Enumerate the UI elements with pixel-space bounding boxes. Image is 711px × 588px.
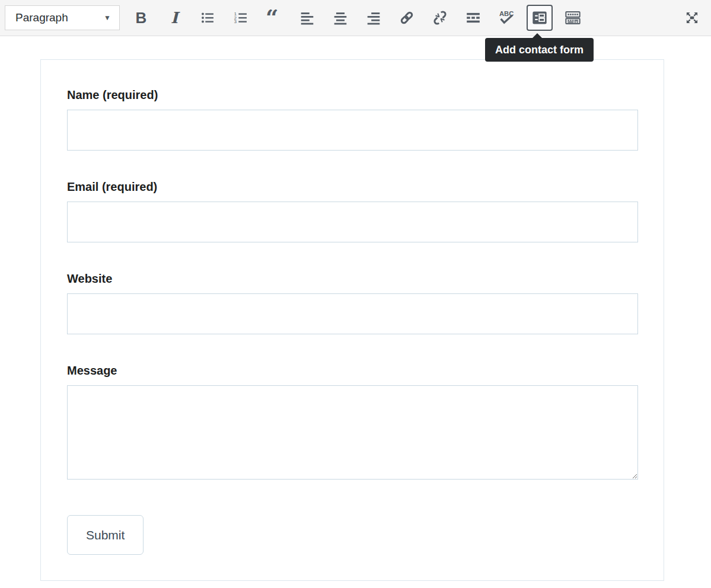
- message-field-label: Message: [67, 364, 638, 378]
- svg-text:“: “: [266, 9, 278, 26]
- insert-more-tag-button[interactable]: [461, 5, 485, 30]
- chevron-down-icon: ▼: [104, 14, 111, 22]
- fullscreen-button[interactable]: [680, 5, 704, 30]
- numbered-list-icon: 1 2 3: [233, 10, 248, 25]
- email-input[interactable]: [67, 202, 638, 242]
- align-right-button[interactable]: [362, 5, 385, 30]
- name-field-label: Name (required): [67, 88, 638, 102]
- unlink-icon: [432, 9, 448, 26]
- blockquote-icon: “: [266, 9, 282, 26]
- website-field-group: Website: [67, 272, 638, 334]
- bold-icon: B: [136, 9, 147, 27]
- tooltip-add-contact-form: Add contact form: [485, 38, 594, 62]
- italic-button[interactable]: I: [162, 5, 186, 30]
- name-input[interactable]: [67, 110, 638, 151]
- name-field-group: Name (required): [67, 88, 638, 151]
- bulleted-list-button[interactable]: [196, 5, 219, 30]
- italic-icon: I: [171, 9, 178, 27]
- email-field-group: Email (required): [67, 180, 638, 242]
- submit-button[interactable]: Submit: [67, 515, 144, 555]
- align-right-icon: [366, 10, 381, 25]
- paragraph-dropdown-value: Paragraph: [15, 11, 68, 24]
- message-textarea[interactable]: [67, 385, 638, 480]
- spellcheck-button[interactable]: ABC: [495, 5, 518, 30]
- website-input[interactable]: [67, 293, 638, 334]
- spellcheck-icon: ABC: [498, 9, 515, 27]
- bulleted-list-icon: [200, 10, 215, 25]
- align-center-icon: [333, 10, 348, 25]
- fullscreen-icon: [684, 9, 700, 26]
- remove-link-button[interactable]: [428, 5, 452, 30]
- insert-link-button[interactable]: [395, 5, 419, 30]
- website-field-label: Website: [67, 272, 638, 286]
- align-left-button[interactable]: [295, 5, 319, 30]
- add-contact-form-button[interactable]: [527, 5, 553, 31]
- keyboard-icon: [565, 9, 581, 26]
- message-field-group: Message: [67, 364, 638, 480]
- align-center-button[interactable]: [329, 5, 352, 30]
- bold-button[interactable]: B: [129, 5, 153, 30]
- editor-toolbar: Paragraph ▼ B I 1 2 3 “: [0, 0, 711, 36]
- contact-form-icon: [531, 9, 548, 26]
- align-left-icon: [299, 10, 315, 25]
- tooltip-text: Add contact form: [495, 44, 584, 56]
- link-icon: [398, 9, 415, 26]
- blockquote-button[interactable]: “: [262, 5, 286, 30]
- email-field-label: Email (required): [67, 180, 638, 194]
- svg-text:3: 3: [234, 19, 237, 24]
- numbered-list-button[interactable]: 1 2 3: [229, 5, 253, 30]
- tooltip-arrow: [532, 33, 543, 39]
- more-tag-icon: [466, 10, 481, 25]
- paragraph-dropdown[interactable]: Paragraph ▼: [5, 5, 120, 30]
- contact-form-preview: Name (required) Email (required) Website…: [40, 59, 664, 581]
- toolbar-toggle-button[interactable]: [561, 5, 585, 30]
